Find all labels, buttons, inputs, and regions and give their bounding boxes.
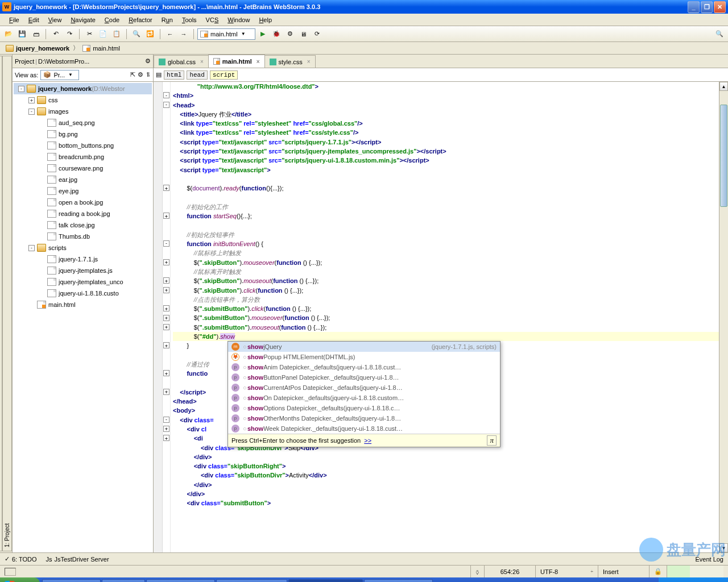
menu-help[interactable]: Help	[254, 15, 276, 24]
fold-toggle[interactable]: +	[163, 287, 169, 293]
tree-node[interactable]: Thumbs.db	[14, 231, 152, 242]
jstestdriver-tab[interactable]: Js JsTestDriver Server	[46, 556, 109, 563]
status-lock-icon[interactable]: 🔒	[649, 566, 667, 577]
tab-project[interactable]: 1: Project	[2, 56, 12, 551]
editor-tab[interactable]: style.css×	[264, 55, 316, 68]
tree-gear-icon[interactable]: ⚙	[138, 71, 143, 78]
tree-node[interactable]: jquery-ui-1.8.18.custo	[14, 288, 152, 299]
tab-structure[interactable]: 7: Structure	[0, 56, 2, 551]
taskbar-item[interactable]: 📁前台知识	[102, 579, 145, 582]
todo-tab[interactable]: ✓ 6: TODO	[5, 555, 37, 563]
menu-tools[interactable]: Tools	[177, 15, 201, 24]
bc-head[interactable]: head	[187, 70, 207, 80]
crumb-project[interactable]: jquery_homework	[6, 45, 69, 52]
tree-node[interactable]: main.html	[14, 299, 152, 310]
tree-node[interactable]: aud_seq.png	[14, 117, 152, 128]
cut-button[interactable]: ✂	[83, 28, 96, 40]
fold-toggle[interactable]: +	[163, 435, 169, 441]
crumb-file[interactable]: main.html	[82, 45, 120, 52]
menu-code[interactable]: Code	[100, 15, 124, 24]
search-everywhere-button[interactable]: 🔍	[713, 28, 726, 40]
tree-node[interactable]: jquery-jtemplates_unco	[14, 276, 152, 288]
fold-toggle[interactable]: -	[163, 102, 169, 108]
menu-view[interactable]: View	[44, 15, 67, 24]
forward-button[interactable]: →	[177, 28, 190, 40]
find-button[interactable]: 🔍	[130, 28, 143, 40]
completion-item[interactable]: m ○ show jQuery (jquery-1.7.1.js, script…	[228, 342, 500, 352]
project-tree[interactable]: -jquery_homework (D:\Webstor+css-imagesa…	[13, 82, 153, 552]
project-settings-icon[interactable]: ⚙	[145, 57, 151, 65]
tree-node[interactable]: jquery-1.7.1.js	[14, 253, 152, 265]
close-button[interactable]: ✕	[714, 1, 726, 13]
completion-item[interactable]: p ○ showButtonPanel Datepicker._defaults…	[228, 372, 500, 383]
tree-node[interactable]: +css	[14, 94, 152, 106]
tree-node[interactable]: talk close.jpg	[14, 219, 152, 231]
fold-toggle[interactable]: +	[163, 277, 169, 284]
encoding-selector[interactable]: UTF-8 ÷	[535, 566, 598, 577]
completion-item[interactable]: p ○ showOptions Datepicker._defaults(jqu…	[228, 403, 500, 413]
editor-vertical-scrollbar[interactable]: ▲ ▼	[719, 82, 728, 552]
fold-toggle[interactable]: -	[163, 240, 169, 247]
close-tab-icon[interactable]: ×	[200, 59, 204, 65]
minimize-button[interactable]: _	[688, 1, 700, 13]
taskbar-item[interactable]: 🌐Internet Expl...	[42, 579, 101, 582]
code-area[interactable]: --++-+++++++++-++ "http://www.w3.org/TR/…	[154, 82, 728, 552]
fold-toggle[interactable]: +	[163, 315, 169, 321]
paste-button[interactable]: 📋	[110, 28, 123, 40]
tree-node[interactable]: jquery-jtemplates.js	[14, 265, 152, 276]
menu-refactor[interactable]: Refactor	[124, 15, 157, 24]
replace-button[interactable]: 🔁	[144, 28, 156, 40]
completion-item[interactable]: 🦊 ○ showPopup HTMLElement(DHTML.js)	[228, 352, 500, 362]
insert-mode[interactable]: Insert	[598, 566, 649, 577]
fold-toggle[interactable]: +	[163, 324, 169, 330]
menu-edit[interactable]: Edit	[24, 15, 44, 24]
menu-vcs[interactable]: VCS	[201, 15, 224, 24]
tree-node[interactable]: breadcrumb.png	[14, 151, 152, 163]
bc-html[interactable]: html	[164, 70, 184, 80]
bc-script[interactable]: script	[210, 70, 238, 80]
tree-node[interactable]: reading a book.jpg	[14, 208, 152, 219]
fold-toggle[interactable]: +	[163, 370, 169, 376]
debug-button[interactable]: 🐞	[270, 28, 283, 40]
open-button[interactable]: 📂	[2, 28, 15, 40]
taskbar-item[interactable]: 🟧jquery_homework ...	[288, 579, 363, 582]
bc-nav-icon[interactable]: ▤	[156, 71, 162, 78]
editor-tab[interactable]: main.html×	[208, 55, 265, 68]
scroll-up-button[interactable]: ▲	[719, 82, 728, 91]
close-tab-icon[interactable]: ×	[257, 59, 260, 65]
fold-toggle[interactable]: -	[163, 417, 169, 423]
completion-item[interactable]: p ○ showCurrentAtPos Datepicker._default…	[228, 383, 500, 393]
refresh-button[interactable]: ⟳	[311, 28, 324, 40]
menu-navigate[interactable]: Navigate	[66, 15, 100, 24]
tree-node[interactable]: open a book.jpg	[14, 197, 152, 208]
completion-item[interactable]: p ○ showOtherMonths Datepicker._defaults…	[228, 413, 500, 423]
collapse-all-icon[interactable]: ⇱	[130, 71, 135, 78]
taskbar-item[interactable]: 📕Professional.Jav...	[146, 579, 215, 582]
fold-toggle[interactable]: +	[163, 389, 169, 395]
tree-node[interactable]: courseware.png	[14, 163, 152, 174]
back-button[interactable]: ←	[164, 28, 176, 40]
fold-toggle[interactable]: +	[163, 259, 169, 265]
fold-toggle[interactable]: +	[163, 426, 169, 432]
hide-panel-icon[interactable]: ⥮	[146, 71, 151, 78]
editor-tab[interactable]: global.css×	[154, 55, 209, 68]
copy-button[interactable]: 📄	[97, 28, 109, 40]
tree-node[interactable]: -images	[14, 106, 152, 117]
tree-node[interactable]: ear.jpg	[14, 174, 152, 185]
tree-node[interactable]: -jquery_homework (D:\Webstor	[14, 83, 152, 94]
redo-button[interactable]: ↷	[63, 28, 76, 40]
menu-window[interactable]: Window	[223, 15, 254, 24]
taskbar-item[interactable]: 📄文档1 - Microsof...	[364, 579, 433, 582]
taskbar-item[interactable]: 🟧JSStudy - [D:\We...	[216, 579, 287, 582]
browser-button[interactable]: 🖥	[297, 28, 310, 40]
fold-toggle[interactable]: +	[163, 185, 169, 191]
menu-run[interactable]: Run	[157, 15, 177, 24]
scroll-thumb[interactable]	[720, 105, 727, 207]
completion-item[interactable]: p ○ showOn Datepicker._defaults(jquery-u…	[228, 393, 500, 403]
close-tab-icon[interactable]: ×	[307, 59, 311, 65]
completion-more-link[interactable]: >>	[364, 436, 371, 445]
tree-node[interactable]: bottom_buttons.png	[14, 140, 152, 151]
start-button[interactable]: 开始	[0, 577, 40, 582]
run-config-dropdown[interactable]: main.html ▼	[197, 28, 255, 40]
tree-node[interactable]: -scripts	[14, 242, 152, 253]
